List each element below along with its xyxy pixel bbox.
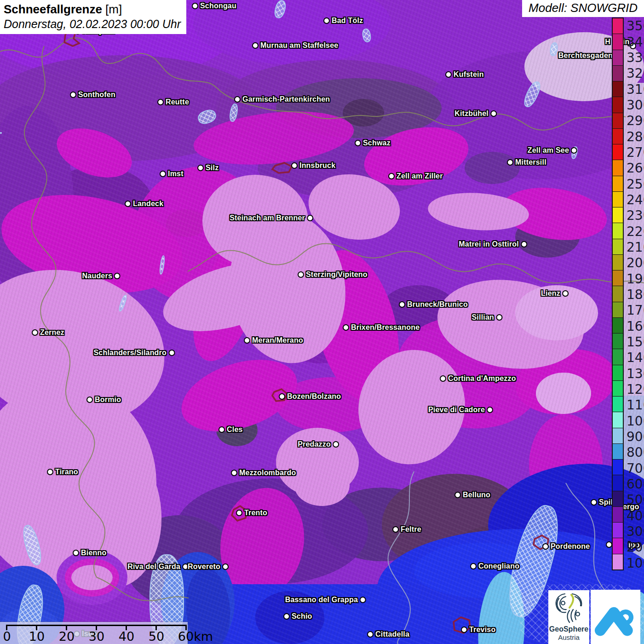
map-region <box>571 610 573 621</box>
map-region <box>388 472 626 644</box>
page-title: Schneefallgrenze [m] <box>4 2 181 17</box>
border-line <box>188 243 644 283</box>
border-line <box>388 472 414 644</box>
mountain-logo-box <box>591 590 640 644</box>
scale-bar: 0102030405060km <box>0 622 188 644</box>
model-label: Modell: SNOWGRID <box>522 0 644 17</box>
title-unit: [m] <box>105 2 122 16</box>
scale-label: 10 <box>29 629 45 644</box>
map-region <box>576 612 580 616</box>
map-region <box>569 595 573 608</box>
map-region <box>600 613 627 631</box>
mountain-logo-icon <box>594 596 637 638</box>
title-main: Schneefallgrenze <box>4 2 102 16</box>
map-region <box>561 601 565 605</box>
geosphere-logo-box: GeoSphere Austria <box>548 590 589 644</box>
geosphere-austria-text: Austria <box>558 633 580 642</box>
city-boundary-trento <box>232 506 247 521</box>
geosphere-logo-icon <box>551 590 587 625</box>
border-lines <box>0 0 644 644</box>
scale-label: 40 <box>119 629 134 644</box>
scale-label: 0 <box>3 629 11 644</box>
city-boundary-bozen <box>272 389 287 401</box>
scale-label: 50 <box>149 629 164 644</box>
scale-label: 30 <box>89 629 104 644</box>
map-region <box>567 610 569 622</box>
scale-label: 20 <box>59 629 75 644</box>
title-box: Schneefallgrenze [m] Donnerstag, 02.02.2… <box>0 0 186 34</box>
geosphere-logo-text: GeoSphere <box>549 625 588 633</box>
map-region <box>0 38 644 601</box>
title-datetime: Donnerstag, 02.02.2023 00:00 Uhr <box>4 17 181 31</box>
snowgrid-map: SchongauBad TölzKemptenMurnau am Staffel… <box>0 0 644 644</box>
city-boundary-innsbruck <box>272 163 292 173</box>
border-line <box>0 38 313 116</box>
border-line <box>97 577 189 601</box>
map-region <box>64 29 548 633</box>
city-boundary-pordenone <box>534 535 548 549</box>
scale-label: 60km <box>178 629 213 644</box>
city-boundary-treviso <box>454 617 470 633</box>
border-line <box>24 46 105 577</box>
border-line <box>313 112 626 130</box>
